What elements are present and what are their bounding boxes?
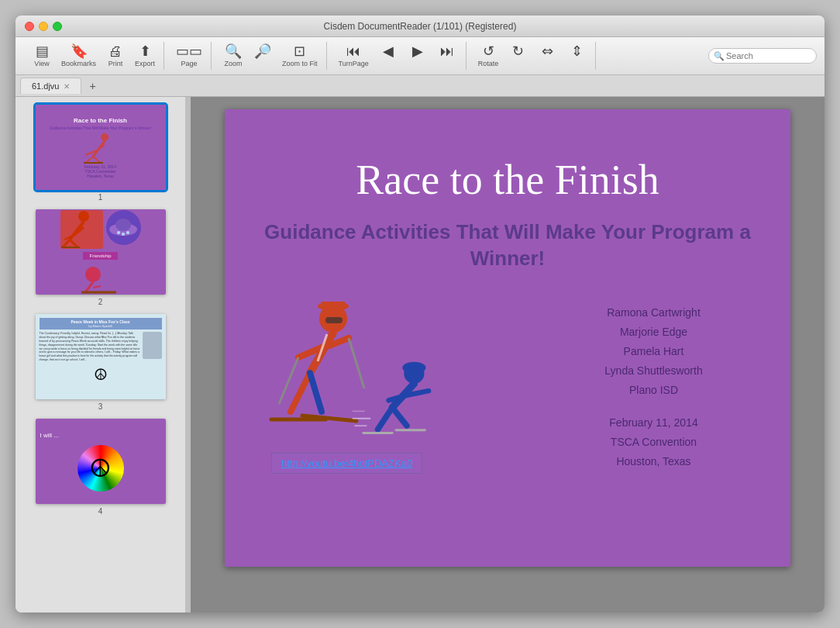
thumb-img-3: Peace Week in Miss Fox's Class by Eileen… [36, 314, 166, 399]
flip-h-button[interactable]: ⇔ . [533, 42, 561, 70]
thumb2-label: Friendship [83, 252, 117, 260]
document-tab[interactable]: 61.djvu ✕ [20, 78, 81, 94]
thumb2-sled-icon [77, 263, 124, 294]
flip-v-icon: ⇕ [571, 44, 583, 58]
export-button[interactable]: ⬆ Export [131, 42, 159, 70]
svg-line-11 [70, 240, 77, 247]
event-name: TSCA Convention [609, 433, 697, 452]
tab-close-button[interactable]: ✕ [64, 82, 70, 91]
minimize-button[interactable] [39, 22, 48, 31]
slide-body: http://youtu.be/4hotPDAZKa0 Ramona Cartw… [256, 303, 759, 474]
bookmarks-icon: 🔖 [71, 44, 88, 58]
search-input[interactable] [708, 48, 817, 64]
url-link[interactable]: http://youtu.be/4hotPDAZKa0 [271, 453, 422, 474]
thumb2-img2 [106, 210, 141, 245]
svg-line-42 [378, 407, 393, 429]
toolbar-group-rotate: ↺ Rotate ↻ . ⇔ . ⇕ . [470, 42, 597, 70]
first-page-icon: ⏮ [346, 44, 360, 58]
view-label: View [34, 60, 49, 67]
close-button[interactable] [25, 22, 34, 31]
svg-line-28 [310, 373, 322, 412]
maximize-button[interactable] [53, 22, 62, 31]
main-slide: Race to the Finish Guidance Activities T… [225, 109, 790, 567]
thumb2-ufo-icon [108, 212, 139, 243]
flip-v-button[interactable]: ⇕ . [563, 42, 590, 70]
new-tab-button[interactable]: + [84, 78, 100, 94]
thumb-img-2: Friendship [36, 209, 166, 295]
print-button[interactable]: 🖨 Print [102, 42, 129, 70]
thumb2-img1 [60, 210, 103, 249]
flip-h-icon: ⇔ [542, 44, 553, 58]
author-2: Marjorie Edge [604, 323, 702, 342]
thumbnail-4[interactable]: I will ... ☮ 4 [22, 419, 179, 516]
toolbar-group-zoom: 🔍 Zoom 🔎 . ⊡ Zoom to Fit [215, 42, 327, 70]
thumb1-info: February 11, 2014TSCA ConventionHouston,… [84, 164, 116, 178]
zoom-in-icon: 🔎 [254, 44, 271, 58]
toolbar: ▤ View 🔖 Bookmarks 🖨 Print ⬆ Export ▭▭ P… [15, 37, 825, 75]
view-icon: ▤ [36, 44, 49, 58]
zoom-out-icon: 🔍 [225, 44, 242, 58]
print-label: Print [108, 60, 123, 67]
thumb-num-2: 2 [98, 298, 103, 306]
svg-line-21 [93, 286, 101, 288]
svg-rect-35 [325, 317, 343, 323]
zoom-label: Zoom [225, 60, 243, 67]
event-location: Houston, Texas [609, 452, 697, 471]
zoom-out-button[interactable]: 🔍 Zoom [219, 42, 247, 70]
author-3: Pamela Hart [604, 342, 702, 361]
svg-line-3 [85, 157, 93, 163]
thumb-slide3-content: Peace Week in Miss Fox's Class by Eileen… [36, 314, 166, 399]
svg-rect-34 [321, 302, 346, 308]
rotate-cw-icon: ↻ [512, 44, 524, 58]
bookmarks-button[interactable]: 🔖 Bookmarks [57, 42, 100, 70]
svg-point-0 [101, 133, 108, 141]
prev-page-button[interactable]: ◀ . [374, 42, 402, 70]
thumb3-peace-symbol: ☮ [40, 365, 162, 384]
thumb-num-3: 3 [98, 402, 103, 411]
svg-point-38 [402, 361, 425, 373]
svg-line-4 [93, 157, 101, 163]
page-button[interactable]: ▭▭ Page [172, 42, 206, 70]
svg-line-20 [85, 282, 93, 292]
rotate-ccw-button[interactable]: ↺ Rotate [474, 42, 503, 70]
slide-title: Race to the Finish [356, 156, 659, 204]
zoom-in-button[interactable]: 🔎 . [249, 42, 277, 70]
thumbnails-sidebar: Race to the Finish Guidance Activities T… [15, 97, 186, 612]
svg-line-27 [291, 373, 310, 412]
next-page-button[interactable]: ▶ . [404, 42, 432, 70]
thumb-img-1: Race to the Finish Guidance Activities T… [36, 105, 166, 190]
turnpage-label: TurnPage [339, 60, 369, 67]
traffic-lights [25, 22, 62, 31]
event-date: February 11, 2014 [609, 413, 697, 433]
first-page-button[interactable]: ⏮ TurnPage [335, 42, 373, 70]
thumb-slide2-content: Friendship [36, 209, 166, 295]
page-label: Page [181, 60, 198, 67]
thumb3-subtitle: by Eileen Spinelli [43, 324, 159, 328]
rotate-label: Rotate [478, 60, 499, 67]
thumb-slide1-content: Race to the Finish Guidance Activities T… [36, 105, 166, 190]
thumbnail-2[interactable]: Friendship 2 [22, 209, 179, 306]
export-label: Export [135, 60, 155, 67]
thumb2-images [60, 210, 141, 249]
zoom-fit-button[interactable]: ⊡ Zoom to Fit [278, 42, 322, 70]
event-info: February 11, 2014 TSCA Convention Housto… [609, 413, 697, 472]
print-icon: 🖨 [108, 44, 122, 58]
thumb3-content: The Condensary: Friendly, helpful. Hones… [40, 332, 162, 362]
tab-filename: 61.djvu [32, 81, 59, 91]
thumb-img-4: I will ... ☮ [36, 419, 166, 504]
thumb4-peace-symbol: ☮ [77, 445, 124, 492]
thumb2-sled [77, 263, 124, 294]
thumbnail-1[interactable]: Race to the Finish Guidance Activities T… [22, 105, 179, 202]
thumb3-text: The Condensary: Friendly, helpful. Hones… [40, 332, 140, 362]
last-page-button[interactable]: ⏭ . [433, 42, 461, 70]
next-page-icon: ▶ [412, 44, 423, 58]
search-icon: 🔍 [714, 51, 725, 61]
view-button[interactable]: ▤ View [28, 42, 56, 70]
svg-point-7 [78, 211, 89, 222]
svg-point-16 [117, 231, 120, 234]
rotate-cw-button[interactable]: ↻ . [504, 42, 532, 70]
thumb4-label: I will ... [40, 432, 59, 439]
author-4: Lynda Shuttlesworth [604, 361, 702, 381]
thumbnail-3[interactable]: Peace Week in Miss Fox's Class by Eileen… [22, 314, 179, 411]
bookmarks-label: Bookmarks [61, 60, 96, 67]
